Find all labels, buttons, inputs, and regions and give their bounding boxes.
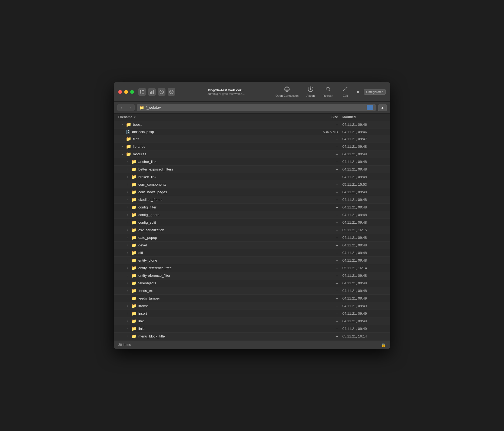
table-row[interactable]: › 📁 linkit -- 04.11.21, 09:49: [114, 325, 390, 333]
back-button[interactable]: ‹: [117, 104, 126, 111]
row-modified: 05.11.21, 16:15: [342, 228, 386, 232]
row-filename: menu_block_title: [138, 334, 165, 338]
row-name: › 📁 menu_block_title: [118, 334, 310, 339]
refresh-button[interactable]: Refresh: [320, 85, 336, 98]
row-name: 🗄️ dbBackUp.sql: [118, 130, 310, 134]
table-row[interactable]: › 📁 cern_components -- 05.11.21, 15:53: [114, 181, 390, 188]
table-row[interactable]: › 📁 cern_news_pages -- 04.11.21, 09:48: [114, 188, 390, 196]
row-filename: insert: [138, 311, 147, 316]
close-button[interactable]: [118, 90, 122, 94]
table-row[interactable]: › 📁 entityreference_filter -- 04.11.21, …: [114, 272, 390, 279]
row-modified: 04.11.21, 09:48: [342, 251, 386, 255]
row-modified: 04.11.21, 09:48: [342, 281, 386, 285]
svg-point-20: [310, 88, 311, 90]
column-size-header[interactable]: Size: [310, 115, 342, 119]
chevron-right-icon: ›: [120, 123, 124, 126]
svg-rect-2: [142, 92, 144, 92]
chevron-right-icon: ›: [120, 145, 124, 148]
action-button[interactable]: Action: [302, 85, 319, 98]
folder-icon: 📁: [126, 136, 131, 141]
svg-point-10: [170, 90, 173, 94]
table-row[interactable]: ▾ 📁 modules -- 04.11.21, 09:49: [114, 150, 390, 158]
sidebar-toggle-icon[interactable]: [138, 88, 146, 96]
row-modified: 04.11.21, 09:48: [342, 175, 386, 179]
table-row[interactable]: › 📁 fakeobjects -- 04.11.21, 09:48: [114, 279, 390, 287]
minimize-button[interactable]: [124, 90, 128, 94]
row-filename: better_exposed_filters: [138, 167, 173, 171]
row-filename: entity_reference_tree: [138, 266, 172, 270]
table-row[interactable]: › 📁 better_exposed_filters -- 04.11.21, …: [114, 166, 390, 173]
folder-icon: 📁: [131, 319, 137, 324]
chevron-right-icon: ›: [126, 304, 130, 307]
open-connection-button[interactable]: Open Connection: [273, 85, 301, 98]
table-row[interactable]: › 📁 config_ignore -- 04.11.21, 09:48: [114, 211, 390, 219]
table-row[interactable]: › 📁 broken_link -- 04.11.21, 09:48: [114, 173, 390, 181]
table-row[interactable]: › 📁 link -- 04.11.21, 09:49: [114, 317, 390, 325]
main-window: hr-jyde-test.web.cer... admin@hr-jyde-te…: [114, 82, 390, 349]
svg-line-26: [343, 91, 344, 91]
path-bar[interactable]: 📁 /_webdav ⌃⌄: [137, 104, 376, 111]
table-row[interactable]: › 📁 entity_reference_tree -- 05.11.21, 1…: [114, 264, 390, 272]
row-name: › 📁 entity_clone: [118, 258, 310, 263]
row-filename: files: [133, 137, 139, 141]
row-filename: boost: [133, 123, 142, 127]
chevron-right-icon: ›: [126, 282, 130, 285]
folder-icon: 📁: [131, 182, 137, 187]
table-row[interactable]: › 📁 date_popup -- 04.11.21, 09:48: [114, 234, 390, 242]
table-row[interactable]: › 📁 menu_block_title -- 05.11.21, 16:14: [114, 333, 390, 340]
table-row[interactable]: › 📁 files -- 04.11.21, 09:47: [114, 135, 390, 143]
path-text: /_webdav: [146, 105, 161, 110]
row-modified: 04.11.21, 09:49: [342, 296, 386, 300]
upload-button[interactable]: ▲: [378, 104, 387, 111]
table-row[interactable]: › 📁 config_filter -- 04.11.21, 09:48: [114, 204, 390, 211]
path-selector[interactable]: ⌃⌄: [367, 105, 373, 110]
row-size: --: [310, 144, 342, 149]
row-name: › 📁 config_ignore: [118, 212, 310, 217]
row-size: --: [310, 190, 342, 194]
table-row[interactable]: › 📁 feeds_tamper -- 04.11.21, 09:49: [114, 295, 390, 302]
table-row[interactable]: › 📁 ckeditor_iframe -- 04.11.21, 09:48: [114, 196, 390, 204]
table-row[interactable]: › 📁 csv_serialization -- 05.11.21, 16:15: [114, 226, 390, 234]
more-button[interactable]: »: [355, 88, 362, 96]
table-row[interactable]: › 📁 boost -- 04.11.21, 09:46: [114, 121, 390, 128]
chevron-right-icon: ›: [126, 160, 130, 163]
row-filename: config_ignore: [138, 213, 160, 217]
row-name: ▾ 📁 modules: [118, 152, 310, 157]
table-row[interactable]: › 📁 feeds_ex -- 04.11.21, 09:48: [114, 287, 390, 295]
chevron-right-icon: ›: [126, 297, 130, 300]
table-row[interactable]: › 📁 iframe -- 04.11.21, 09:49: [114, 302, 390, 310]
item-count: 39 Items: [118, 343, 131, 347]
chevron-right-icon: ›: [126, 251, 130, 254]
chart-icon[interactable]: [148, 88, 156, 96]
chevron-right-icon: ›: [126, 221, 130, 224]
table-row[interactable]: › 📁 anchor_link -- 04.11.21, 09:48: [114, 158, 390, 166]
table-row[interactable]: › 📁 insert -- 04.11.21, 09:49: [114, 310, 390, 317]
table-row[interactable]: › 📁 devel -- 04.11.21, 09:48: [114, 242, 390, 249]
row-size: --: [310, 205, 342, 209]
folder-icon: 📁: [126, 152, 131, 157]
table-row[interactable]: 🗄️ dbBackUp.sql 534.5 MB 04.11.21, 09:46: [114, 128, 390, 135]
edit-label: Edit: [343, 94, 348, 97]
row-name: › 📁 devel: [118, 243, 310, 248]
column-name-header[interactable]: Filename ▼: [118, 115, 310, 119]
table-row[interactable]: › 📁 config_split -- 04.11.21, 09:48: [114, 219, 390, 226]
row-name: › 📁 cern_components: [118, 182, 310, 187]
svg-rect-1: [142, 90, 144, 91]
forward-button[interactable]: ›: [126, 104, 135, 111]
table-row[interactable]: › 📁 diff -- 04.11.21, 09:48: [114, 249, 390, 257]
table-row[interactable]: › 📁 libraries -- 04.11.21, 09:48: [114, 143, 390, 150]
column-modified-header[interactable]: Modified: [342, 115, 386, 119]
clock-icon[interactable]: [158, 88, 165, 96]
row-name: › 📁 config_split: [118, 220, 310, 225]
edit-icon: [342, 86, 348, 94]
row-name: › 📁 feeds_tamper: [118, 296, 310, 301]
row-size: --: [310, 213, 342, 217]
maximize-button[interactable]: [130, 90, 134, 94]
edit-button[interactable]: Edit: [337, 85, 353, 98]
row-modified: 04.11.21, 09:48: [342, 190, 386, 194]
row-size: --: [310, 243, 342, 247]
row-filename: libraries: [133, 144, 145, 149]
svg-point-11: [171, 91, 172, 92]
table-row[interactable]: › 📁 entity_clone -- 04.11.21, 09:48: [114, 257, 390, 264]
bookmark-icon[interactable]: [168, 88, 175, 96]
